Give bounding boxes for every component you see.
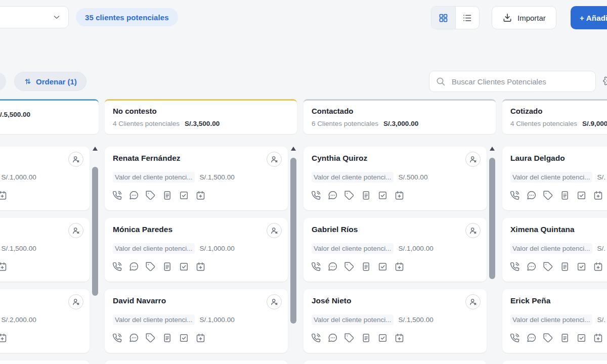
note-icon[interactable] bbox=[361, 333, 371, 343]
note-icon[interactable] bbox=[559, 333, 570, 343]
note-icon[interactable] bbox=[559, 190, 570, 201]
scrollbar-thumb[interactable] bbox=[489, 158, 495, 279]
import-button[interactable]: Importar bbox=[492, 6, 556, 29]
calendar-plus-icon[interactable] bbox=[593, 333, 603, 343]
filter-pill-partial[interactable] bbox=[0, 72, 6, 91]
phone-icon[interactable] bbox=[112, 190, 122, 201]
owner-button[interactable] bbox=[465, 152, 481, 167]
calendar-plus-icon[interactable] bbox=[195, 261, 206, 272]
calendar-plus-icon[interactable] bbox=[195, 333, 206, 343]
user-x-icon bbox=[468, 155, 478, 164]
chat-icon[interactable] bbox=[526, 333, 537, 343]
tag-icon[interactable] bbox=[543, 261, 553, 272]
note-icon[interactable] bbox=[162, 333, 172, 343]
chat-icon[interactable] bbox=[526, 261, 537, 272]
owner-button[interactable] bbox=[465, 223, 481, 238]
task-icon[interactable] bbox=[576, 261, 587, 272]
lead-card[interactable]: Valor del cliente potenci... S/.2,000.00 bbox=[0, 289, 90, 353]
phone-icon[interactable] bbox=[509, 261, 520, 272]
phone-icon[interactable] bbox=[311, 190, 321, 201]
lead-card[interactable]: Mónica Paredes Valor del cliente potenci… bbox=[105, 218, 288, 282]
lead-card[interactable]: Erick Peña Valor del cliente potenci... … bbox=[502, 289, 607, 353]
task-icon[interactable] bbox=[576, 190, 587, 201]
tag-icon[interactable] bbox=[145, 333, 156, 343]
tag-icon[interactable] bbox=[344, 333, 355, 343]
lead-card-partial[interactable] bbox=[0, 360, 90, 364]
phone-icon[interactable] bbox=[311, 333, 321, 343]
lead-card[interactable]: Gabriel Ríos Valor del cliente potenci..… bbox=[304, 218, 487, 282]
tag-icon[interactable] bbox=[344, 261, 355, 272]
board-view-button[interactable] bbox=[431, 7, 456, 29]
lead-card-partial[interactable] bbox=[502, 360, 607, 364]
task-icon[interactable] bbox=[576, 333, 587, 343]
task-icon[interactable] bbox=[377, 261, 388, 272]
calendar-plus-icon[interactable] bbox=[195, 190, 206, 201]
chat-icon[interactable] bbox=[526, 190, 537, 201]
task-icon[interactable] bbox=[377, 333, 388, 343]
pipeline-select[interactable] bbox=[0, 6, 69, 28]
note-icon[interactable] bbox=[162, 261, 172, 272]
phone-icon[interactable] bbox=[112, 261, 122, 272]
task-icon[interactable] bbox=[179, 190, 189, 201]
add-lead-button[interactable]: + Añadir bbox=[571, 6, 607, 29]
scrollbar-thumb[interactable] bbox=[290, 158, 296, 324]
phone-icon[interactable] bbox=[509, 333, 520, 343]
lead-card[interactable]: Laura Delgado Valor del cliente potenci.… bbox=[502, 147, 607, 210]
owner-button[interactable] bbox=[267, 223, 282, 238]
chat-icon[interactable] bbox=[327, 261, 338, 272]
scroll-up-icon[interactable] bbox=[291, 147, 296, 151]
scroll-up-icon[interactable] bbox=[490, 147, 495, 151]
lead-card[interactable]: David Navarro Valor del cliente potenci.… bbox=[105, 289, 288, 353]
owner-button[interactable] bbox=[68, 152, 83, 167]
lead-card[interactable]: Valor del cliente potenci... S/.1,000.00 bbox=[0, 147, 90, 210]
calendar-plus-icon[interactable] bbox=[0, 190, 8, 201]
task-icon[interactable] bbox=[377, 190, 388, 201]
tag-icon[interactable] bbox=[145, 190, 156, 201]
sort-button[interactable]: Ordenar (1) bbox=[14, 72, 86, 91]
lead-card[interactable]: Valor del cliente potenci... S/.1,500.00 bbox=[0, 218, 90, 282]
note-icon[interactable] bbox=[361, 190, 371, 201]
phone-icon[interactable] bbox=[509, 190, 520, 201]
scrollbar-thumb[interactable] bbox=[92, 167, 98, 296]
chat-icon[interactable] bbox=[128, 190, 139, 201]
scroll-up-icon[interactable] bbox=[93, 147, 98, 151]
lead-card[interactable]: Ximena Quintana Valor del cliente potenc… bbox=[502, 218, 607, 282]
settings-icon-partial[interactable] bbox=[603, 75, 607, 86]
phone-icon[interactable] bbox=[112, 333, 122, 343]
list-view-button[interactable] bbox=[456, 7, 480, 29]
lead-card-partial[interactable] bbox=[304, 360, 487, 364]
lead-card[interactable]: José Nieto Valor del cliente potenci... … bbox=[304, 289, 487, 353]
lead-card[interactable]: Cynthia Quiroz Valor del cliente potenci… bbox=[304, 147, 487, 210]
tag-icon[interactable] bbox=[543, 333, 553, 343]
calendar-plus-icon[interactable] bbox=[394, 261, 405, 272]
lead-card-partial[interactable] bbox=[105, 360, 288, 364]
owner-button[interactable] bbox=[267, 294, 282, 309]
note-icon[interactable] bbox=[559, 261, 570, 272]
tag-icon[interactable] bbox=[145, 261, 156, 272]
calendar-plus-icon[interactable] bbox=[0, 333, 8, 343]
chat-icon[interactable] bbox=[327, 333, 338, 343]
phone-icon[interactable] bbox=[311, 261, 321, 272]
owner-button[interactable] bbox=[465, 294, 481, 309]
owner-button[interactable] bbox=[68, 223, 83, 238]
search-input[interactable] bbox=[451, 77, 589, 86]
tag-icon[interactable] bbox=[344, 190, 355, 201]
calendar-plus-icon[interactable] bbox=[593, 261, 603, 272]
tag-icon[interactable] bbox=[543, 190, 553, 201]
chat-icon[interactable] bbox=[128, 333, 139, 343]
calendar-plus-icon[interactable] bbox=[394, 190, 405, 201]
note-icon[interactable] bbox=[361, 261, 371, 272]
calendar-plus-icon[interactable] bbox=[593, 190, 603, 201]
chat-icon[interactable] bbox=[128, 261, 139, 272]
lead-value: S/.1,000.00 bbox=[200, 245, 235, 252]
lead-value-label: Valor del cliente potenci... bbox=[113, 314, 195, 325]
owner-button[interactable] bbox=[68, 294, 83, 309]
calendar-plus-icon[interactable] bbox=[394, 333, 405, 343]
calendar-plus-icon[interactable] bbox=[0, 261, 8, 272]
task-icon[interactable] bbox=[179, 333, 189, 343]
note-icon[interactable] bbox=[162, 190, 172, 201]
owner-button[interactable] bbox=[267, 152, 282, 167]
task-icon[interactable] bbox=[179, 261, 189, 272]
lead-card[interactable]: Renata Fernández Valor del cliente poten… bbox=[105, 147, 288, 210]
chat-icon[interactable] bbox=[327, 190, 338, 201]
